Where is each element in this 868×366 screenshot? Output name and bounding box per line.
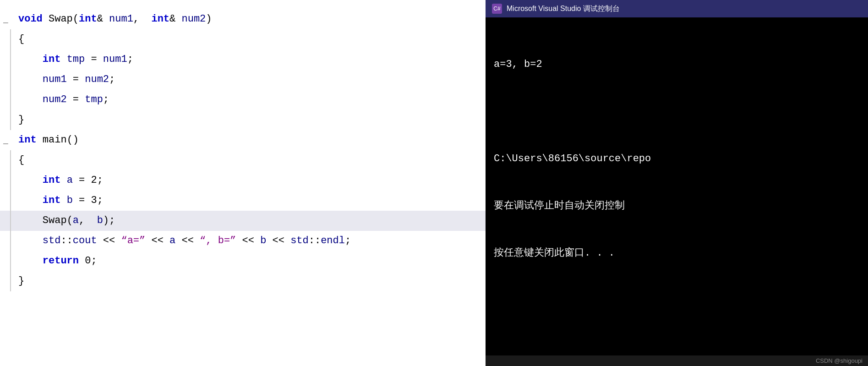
code-content-2: { xyxy=(14,29,486,49)
code-line-1: ⎯ void Swap(int& num1, int& num2) xyxy=(0,9,486,29)
gutter-2 xyxy=(0,29,10,49)
terminal-footer: CSDN @shigoupi xyxy=(486,355,868,366)
code-line-2: { xyxy=(0,29,486,49)
gutter-7: ⎯ xyxy=(0,130,10,150)
gutter-13 xyxy=(0,251,10,271)
code-content-4: num1 = num2; xyxy=(14,70,486,90)
code-line-11: Swap(a, b); xyxy=(0,211,486,231)
collapse-icon-7[interactable]: ⎯ xyxy=(3,130,8,150)
terminal-line-2 xyxy=(494,104,860,119)
terminal-body: a=3, b=2 C:\Users\86156\source\repo 要在调试… xyxy=(486,17,868,355)
terminal-line-4: 要在调试停止时自动关闭控制 xyxy=(494,198,860,213)
code-line-8: { xyxy=(0,150,486,170)
gutter-3 xyxy=(0,49,10,70)
code-line-10: int b = 3; xyxy=(0,191,486,211)
terminal-line-1: a=3, b=2 xyxy=(494,57,860,72)
code-content-9: int a = 2; xyxy=(14,170,486,191)
code-content-3: int tmp = num1; xyxy=(14,49,486,70)
gutter-14 xyxy=(0,271,10,291)
vs-icon: C# xyxy=(492,4,502,14)
code-editor: ⎯ void Swap(int& num1, int& num2) { int … xyxy=(0,0,486,366)
gutter-11 xyxy=(0,211,10,231)
code-content-7: int main() xyxy=(14,130,486,150)
gutter-9 xyxy=(0,170,10,191)
gutter-1: ⎯ xyxy=(0,9,10,29)
gutter-4 xyxy=(0,70,10,90)
code-content-5: num2 = tmp; xyxy=(14,90,486,110)
code-content-12: std::cout << “a=” << a << “, b=” << b <<… xyxy=(14,231,486,251)
indent-14 xyxy=(10,271,11,291)
terminal-panel: C# Microsoft Visual Studio 调试控制台 a=3, b=… xyxy=(486,0,868,366)
indent-3 xyxy=(10,49,11,70)
code-line-7: ⎯ int main() xyxy=(0,130,486,150)
code-line-5: num2 = tmp; xyxy=(0,90,486,110)
code-content-8: { xyxy=(14,150,486,170)
terminal-output: a=3, b=2 C:\Users\86156\source\repo 要在调试… xyxy=(494,27,860,293)
terminal-title-bar: C# Microsoft Visual Studio 调试控制台 xyxy=(486,0,868,17)
indent-2 xyxy=(10,29,11,49)
indent-5 xyxy=(10,90,11,110)
indent-13 xyxy=(10,251,11,271)
code-line-9: int a = 2; xyxy=(0,170,486,191)
code-content-1: void Swap(int& num1, int& num2) xyxy=(14,9,486,29)
code-content-6: } xyxy=(14,110,486,130)
collapse-icon-1[interactable]: ⎯ xyxy=(3,9,8,29)
code-content-11: Swap(a, b); xyxy=(14,211,486,231)
indent-8 xyxy=(10,150,11,170)
indent-6 xyxy=(10,110,11,130)
code-line-13: return 0; xyxy=(0,251,486,271)
code-line-14: } xyxy=(0,271,486,291)
code-line-3: int tmp = num1; xyxy=(0,49,486,70)
indent-11 xyxy=(10,211,11,231)
gutter-10 xyxy=(0,191,10,211)
gutter-5 xyxy=(0,90,10,110)
code-line-6: } xyxy=(0,110,486,130)
footer-text: CSDN @shigoupi xyxy=(816,357,863,364)
terminal-title: Microsoft Visual Studio 调试控制台 xyxy=(507,4,620,14)
indent-4 xyxy=(10,70,11,90)
indent-10 xyxy=(10,191,11,211)
code-content-14: } xyxy=(14,271,486,291)
code-content-13: return 0; xyxy=(14,251,486,271)
code-content-10: int b = 3; xyxy=(14,191,486,211)
vs-icon-label: C# xyxy=(493,5,500,12)
indent-9 xyxy=(10,170,11,191)
gutter-6 xyxy=(0,110,10,130)
gutter-12 xyxy=(0,231,10,251)
gutter-8 xyxy=(0,150,10,170)
terminal-line-5: 按任意键关闭此窗口. . . xyxy=(494,246,860,261)
code-line-12: std::cout << “a=” << a << “, b=” << b <<… xyxy=(0,231,486,251)
terminal-line-3: C:\Users\86156\source\repo xyxy=(494,151,860,166)
indent-12 xyxy=(10,231,11,251)
code-line-4: num1 = num2; xyxy=(0,70,486,90)
